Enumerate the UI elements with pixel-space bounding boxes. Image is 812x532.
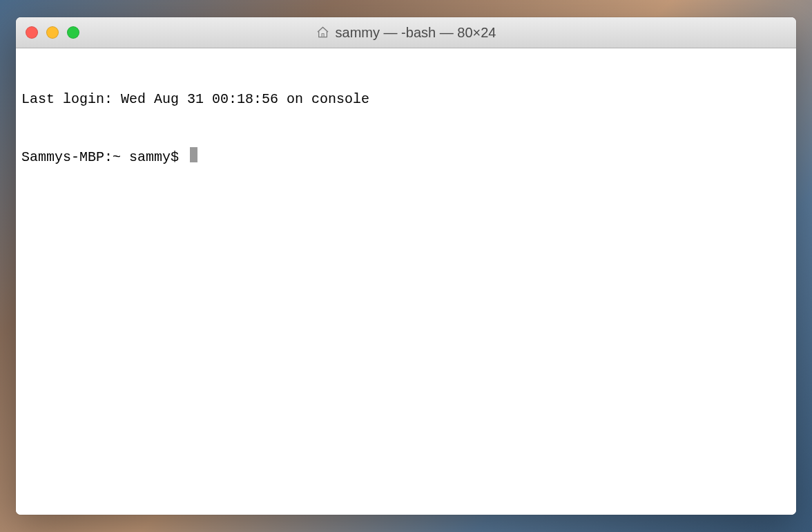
maximize-button[interactable] [67,26,79,39]
last-login-line: Last login: Wed Aug 31 00:18:56 on conso… [21,90,791,108]
close-button[interactable] [26,26,38,39]
minimize-button[interactable] [46,26,59,39]
home-icon [316,26,330,39]
window-title-group: sammy — -bash — 80×24 [316,25,496,41]
prompt-line: Sammys-MBP:~ sammy$ [21,146,791,167]
traffic-lights [26,26,79,39]
window-title: sammy — -bash — 80×24 [336,25,496,41]
cursor [190,147,197,162]
svg-rect-0 [322,34,324,37]
terminal-body[interactable]: Last login: Wed Aug 31 00:18:56 on conso… [16,48,796,515]
terminal-window: sammy — -bash — 80×24 Last login: Wed Au… [16,17,796,515]
window-titlebar[interactable]: sammy — -bash — 80×24 [16,17,796,48]
shell-prompt: Sammys-MBP:~ sammy$ [21,148,187,167]
